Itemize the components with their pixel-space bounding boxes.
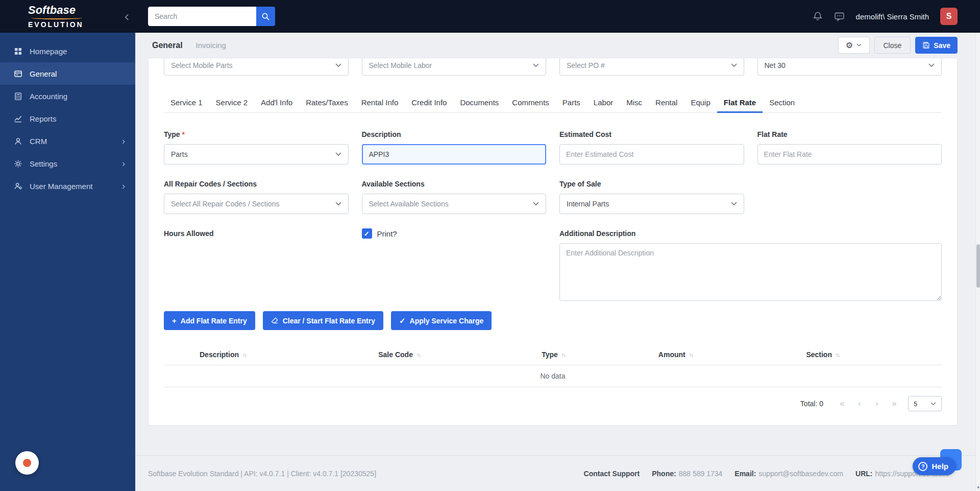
- additional-description-textarea[interactable]: [559, 243, 942, 301]
- contact-support-link[interactable]: Contact Support: [584, 470, 640, 478]
- tab-rental-info[interactable]: Rental Info: [355, 98, 405, 112]
- clear-flat-rate-entry-button[interactable]: Clear / Start Flat Rate Entry: [263, 311, 383, 330]
- filter-row: Select Mobile Parts Select Mobile Labor …: [164, 58, 942, 76]
- gear-icon: ⚙: [846, 41, 853, 50]
- tab-section[interactable]: Section: [763, 98, 801, 112]
- tab-service-2[interactable]: Service 2: [209, 98, 255, 112]
- last-page-icon[interactable]: »: [886, 399, 903, 408]
- description-input[interactable]: [362, 144, 547, 165]
- chevron-down-icon: [335, 152, 341, 156]
- check-icon: ✓: [364, 230, 370, 238]
- search-button[interactable]: [256, 7, 275, 26]
- chevron-down-icon: [335, 63, 341, 67]
- chevron-right-icon: ›: [122, 159, 125, 168]
- tab-rates-taxes[interactable]: Rates/Taxes: [299, 98, 355, 112]
- sort-icon[interactable]: ↑↓: [416, 352, 420, 358]
- tab-general[interactable]: General: [152, 41, 183, 50]
- support-email[interactable]: Email:support@softbasedev.com: [734, 470, 843, 478]
- notifications-bell-icon[interactable]: [813, 11, 823, 21]
- logo-text-softbase: Softbase: [28, 5, 84, 16]
- next-page-icon[interactable]: ›: [868, 399, 886, 408]
- page-size-select[interactable]: 5: [908, 396, 942, 411]
- sidebar-item-settings[interactable]: Settings ›: [0, 152, 135, 175]
- chat-widget-button[interactable]: [15, 451, 39, 475]
- repair-codes-select[interactable]: Select All Repair Codes / Sections: [164, 194, 349, 214]
- messages-icon[interactable]: [834, 11, 845, 21]
- sidebar-item-homepage[interactable]: Homepage: [0, 40, 135, 62]
- chevron-right-icon: ›: [122, 181, 125, 191]
- type-select[interactable]: Parts: [164, 144, 349, 165]
- tab-invoicing[interactable]: Invoicing: [196, 41, 226, 50]
- first-page-icon[interactable]: «: [834, 399, 851, 408]
- settings-dropdown-button[interactable]: ⚙: [838, 37, 870, 54]
- sidebar-collapse-icon[interactable]: ‹: [125, 9, 129, 24]
- sort-icon[interactable]: ↑↓: [561, 352, 565, 358]
- version-info: Softbase Evolution Standard | API: v4.0.…: [148, 470, 376, 478]
- apply-service-charge-button[interactable]: ✓ Apply Service Charge: [391, 311, 492, 330]
- tab-labor[interactable]: Labor: [587, 98, 620, 112]
- tab-credit-info[interactable]: Credit Info: [405, 98, 453, 112]
- apply-service-charge-label: Apply Service Charge: [410, 317, 484, 325]
- sort-icon[interactable]: ↑↓: [689, 352, 693, 358]
- work-order-card: Select Mobile Parts Select Mobile Labor …: [148, 58, 958, 426]
- crm-person-icon: [13, 136, 22, 146]
- spacer: [757, 180, 942, 214]
- tab-equip[interactable]: Equip: [684, 98, 717, 112]
- terms-select[interactable]: Net 30: [757, 58, 942, 76]
- mobile-parts-select-value: Select Mobile Parts: [171, 61, 233, 69]
- sidebar-item-general[interactable]: General: [0, 62, 135, 85]
- logo-text-evolution: EVOLUTION: [28, 21, 84, 28]
- previous-page-icon[interactable]: ‹: [851, 399, 868, 408]
- tab-addl-info[interactable]: Add'l Info: [254, 98, 299, 112]
- description-label: Description: [362, 130, 547, 138]
- vertical-scrollbar[interactable]: ▾: [975, 33, 980, 491]
- add-flat-rate-entry-button[interactable]: + Add Flat Rate Entry: [164, 311, 255, 330]
- tab-documents[interactable]: Documents: [453, 98, 505, 112]
- flat-rate-input[interactable]: [757, 144, 942, 165]
- po-number-select-value: Select PO #: [567, 61, 605, 69]
- available-sections-select[interactable]: Select Available Sections: [362, 194, 547, 214]
- print-checkbox[interactable]: ✓: [362, 228, 372, 239]
- sort-icon[interactable]: ↑↓: [242, 352, 246, 358]
- mobile-parts-select[interactable]: Select Mobile Parts: [164, 58, 349, 76]
- table-header-row: Description↑↓ Sale Code↑↓ Type↑↓ Amount↑…: [164, 350, 942, 365]
- search-icon: [261, 12, 270, 21]
- flat-rate-label: Flat Rate: [757, 130, 942, 138]
- sidebar-item-reports[interactable]: Reports: [0, 107, 135, 130]
- help-button[interactable]: ? Help: [913, 457, 956, 475]
- scrollbar-thumb[interactable]: [976, 244, 980, 288]
- tab-comments[interactable]: Comments: [505, 98, 556, 112]
- support-phone: Phone:888 589 1734: [652, 470, 722, 478]
- mobile-labor-select[interactable]: Select Mobile Labor: [362, 58, 547, 76]
- scrollbar-down-arrow-icon[interactable]: ▾: [976, 485, 980, 490]
- chevron-down-icon: [856, 43, 862, 47]
- type-field: Type * Parts: [164, 130, 349, 165]
- estimated-cost-input[interactable]: [559, 144, 744, 165]
- sidebar-item-user-management[interactable]: User Management ›: [0, 175, 135, 197]
- global-search: [148, 7, 275, 26]
- help-button-label: Help: [932, 462, 948, 471]
- sidebar-item-crm[interactable]: CRM ›: [0, 130, 135, 152]
- additional-description-label: Additional Description: [559, 229, 942, 238]
- add-flat-rate-entry-label: Add Flat Rate Entry: [181, 317, 247, 325]
- tab-misc[interactable]: Misc: [620, 98, 649, 112]
- sort-icon[interactable]: ↑↓: [836, 352, 839, 358]
- column-amount: Amount↑↓: [646, 350, 794, 359]
- save-button[interactable]: Save: [915, 37, 958, 54]
- tab-parts[interactable]: Parts: [556, 98, 587, 112]
- tab-flat-rate[interactable]: Flat Rate: [717, 98, 763, 113]
- settings-gear-icon: [13, 159, 22, 168]
- user-avatar[interactable]: S: [940, 8, 958, 25]
- close-button[interactable]: Close: [874, 37, 911, 54]
- check-icon: ✓: [399, 317, 406, 324]
- type-of-sale-select[interactable]: Internal Parts: [559, 194, 744, 214]
- type-of-sale-field: Type of Sale Internal Parts: [559, 180, 744, 214]
- po-number-select[interactable]: Select PO #: [559, 58, 744, 76]
- sidebar-item-accounting[interactable]: Accounting: [0, 85, 135, 107]
- tab-service-1[interactable]: Service 1: [164, 98, 209, 112]
- hours-allowed-label: Hours Allowed: [164, 229, 349, 238]
- estimated-cost-field: Estimated Cost: [559, 130, 744, 165]
- tab-rental[interactable]: Rental: [649, 98, 684, 112]
- brand-area: Softbase EVOLUTION ‹: [0, 0, 135, 33]
- search-input[interactable]: [148, 7, 256, 26]
